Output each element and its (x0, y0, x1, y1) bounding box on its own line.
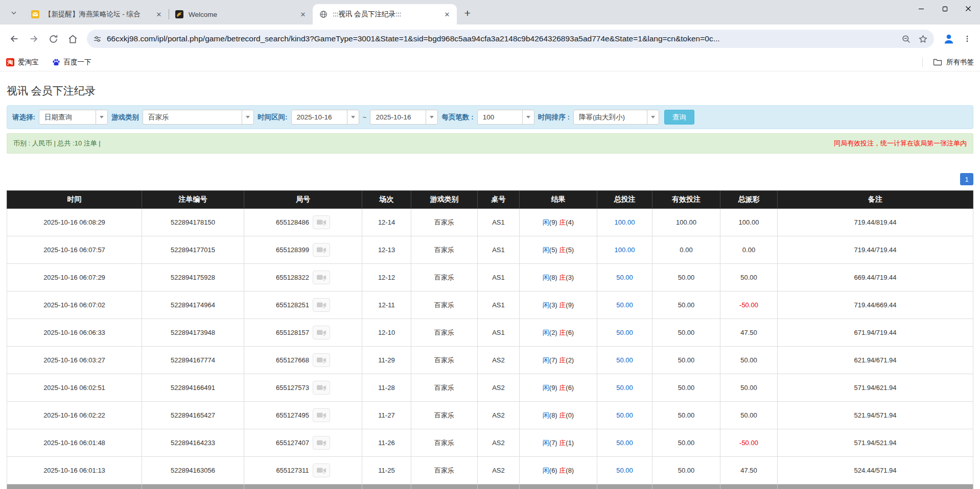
chevron-down-icon (10, 9, 17, 16)
cell-valid-bet: 0.00 (652, 236, 720, 264)
result-player-label: 闲 (543, 439, 549, 447)
cell-valid-bet: 50.00 (652, 347, 720, 374)
tab-close-button[interactable]: ✕ (154, 10, 164, 19)
cell-table-number: AS1 (478, 319, 520, 347)
forward-button[interactable] (25, 30, 43, 48)
table-row: 2025-10-16 06:03:27522894167774655127668… (7, 347, 973, 374)
cell-bet-id: 522894173948 (142, 319, 244, 347)
baidu-icon (52, 58, 60, 66)
tab-close-button[interactable]: ✕ (298, 10, 308, 19)
cell-total-bet-link[interactable]: 50.00 (597, 319, 652, 347)
result-player-value: (8) (549, 411, 557, 419)
cell-result: 闲(5) 庄(5) (520, 236, 597, 264)
zoom-out-icon[interactable] (901, 34, 911, 44)
address-bar[interactable]: 66cxkj98.com/ipl/portal.php/game/betreco… (87, 30, 934, 48)
browser-toolbar: 66cxkj98.com/ipl/portal.php/game/betreco… (0, 25, 980, 53)
search-button[interactable]: 查询 (664, 110, 694, 125)
table-row: 2025-10-16 06:06:33522894173948655128157… (7, 319, 973, 347)
camera-icon (316, 329, 326, 336)
cell-table-number: AS2 (478, 347, 520, 374)
column-header: 备注 (778, 191, 973, 209)
cell-total-bet-link[interactable]: 50.00 (597, 291, 652, 319)
video-replay-button[interactable] (313, 463, 330, 477)
result-banker-label: 庄 (559, 246, 566, 254)
url-text[interactable]: 66cxkj98.com/ipl/portal.php/game/betreco… (107, 34, 894, 43)
close-window-button[interactable] (956, 0, 980, 17)
cell-result: 闲(2) 庄(6) (520, 319, 597, 347)
cell-payout: 47.50 (720, 457, 778, 484)
cell-bet-id: 522894163056 (142, 457, 244, 484)
page-size-select[interactable]: 100 (477, 110, 534, 125)
footer-empty-cell (362, 484, 411, 489)
browser-tab-active[interactable]: :::视讯 会员下注纪录:::✕ (313, 4, 457, 25)
video-replay-button[interactable] (313, 326, 330, 339)
cell-time: 2025-10-16 06:01:48 (7, 429, 142, 457)
cell-round-id: 655128486 (244, 209, 362, 236)
video-replay-button[interactable] (313, 271, 330, 284)
date-to-select[interactable]: 2025-10-16 (370, 110, 438, 125)
new-tab-button[interactable]: + (460, 5, 475, 20)
footer-empty-cell (520, 484, 597, 489)
cell-total-bet-link[interactable]: 100.00 (597, 209, 652, 236)
footer-empty-cell (244, 484, 362, 489)
video-replay-button[interactable] (313, 215, 330, 229)
video-replay-button[interactable] (313, 243, 330, 257)
cell-total-bet-link[interactable]: 50.00 (597, 402, 652, 429)
cell-bet-id: 522894164233 (142, 429, 244, 457)
footer-empty-cell (778, 484, 973, 489)
cell-table-number: AS2 (478, 457, 520, 484)
minimize-button[interactable] (909, 0, 933, 17)
browser-menu-button[interactable] (960, 31, 975, 46)
tab-search-chevron-button[interactable] (6, 5, 21, 20)
cell-session: 11-27 (362, 402, 411, 429)
video-replay-button[interactable] (313, 381, 330, 395)
browser-tab[interactable]: 【新提醒】海燕策略论坛 - 综合✕ (25, 4, 169, 25)
cell-total-bet-link[interactable]: 50.00 (597, 457, 652, 484)
cell-payout: 100.00 (720, 209, 778, 236)
footer-value: 500.00 (652, 484, 720, 489)
result-player-label: 闲 (543, 274, 549, 281)
camera-icon (316, 301, 326, 309)
sort-select[interactable]: 降幂(由大到小) (573, 110, 659, 125)
video-replay-button[interactable] (313, 298, 330, 312)
round-number: 655128157 (276, 329, 309, 336)
minimize-icon (918, 6, 924, 12)
video-replay-button[interactable] (313, 436, 330, 450)
back-button[interactable] (5, 30, 24, 48)
cell-total-bet-link[interactable]: 50.00 (597, 264, 652, 291)
result-banker-value: (5) (566, 246, 574, 254)
bookmark-item[interactable]: 百度一下 (52, 58, 91, 67)
query-type-label: 请选择: (12, 113, 35, 122)
result-player-label: 闲 (543, 411, 549, 419)
cell-total-bet-link[interactable]: 50.00 (597, 429, 652, 457)
camera-icon (316, 467, 326, 474)
site-settings-icon[interactable] (93, 35, 102, 43)
all-bookmarks-button[interactable]: 所有书签 (922, 58, 974, 67)
cell-total-bet-link[interactable]: 50.00 (597, 347, 652, 374)
query-type-select[interactable]: 日期查询 (39, 110, 108, 125)
reload-button[interactable] (44, 30, 62, 48)
round-number: 655128251 (276, 301, 309, 309)
video-replay-button[interactable] (313, 408, 330, 422)
cell-total-bet-link[interactable]: 100.00 (597, 236, 652, 264)
cell-bet-id: 522894178150 (142, 209, 244, 236)
round-number: 655127407 (276, 439, 309, 447)
tab-close-button[interactable]: ✕ (442, 10, 452, 19)
cell-payout: 50.00 (720, 347, 778, 374)
page-number-button[interactable]: 1 (960, 173, 973, 185)
chevron-down-icon (647, 110, 659, 124)
cell-valid-bet: 50.00 (652, 402, 720, 429)
profile-avatar[interactable] (940, 30, 958, 47)
game-type-select[interactable]: 百家乐 (143, 110, 254, 125)
round-number: 655127668 (276, 356, 309, 364)
column-header: 桌号 (478, 191, 520, 209)
maximize-button[interactable] (933, 0, 956, 17)
cell-total-bet-link[interactable]: 50.00 (597, 374, 652, 402)
browser-tab[interactable]: Welcome✕ (169, 4, 313, 25)
date-from-select[interactable]: 2025-10-16 (291, 110, 359, 125)
video-replay-button[interactable] (313, 353, 330, 367)
home-button[interactable] (63, 30, 82, 48)
bookmark-item[interactable]: 淘爱淘宝 (6, 58, 39, 67)
cell-time: 2025-10-16 06:03:27 (7, 347, 142, 374)
bookmark-star-icon[interactable] (918, 34, 928, 44)
